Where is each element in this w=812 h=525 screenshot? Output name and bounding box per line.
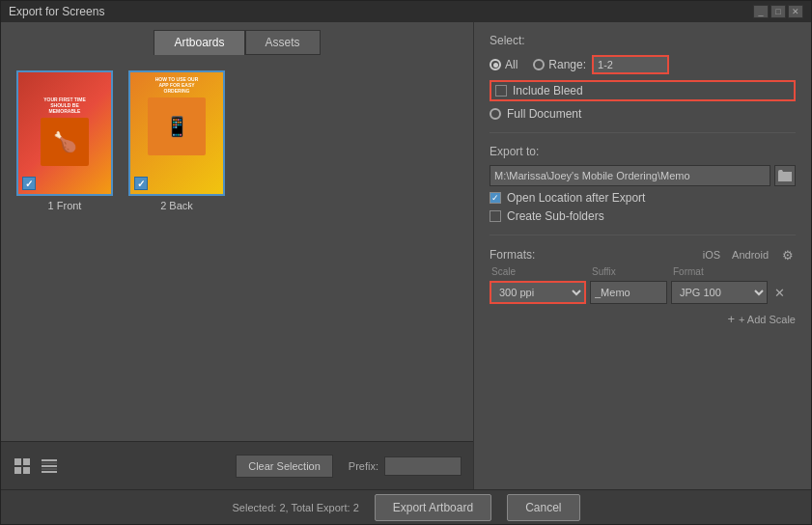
open-location-checkbox[interactable] (490, 192, 501, 204)
radio-range[interactable]: Range: (533, 58, 586, 71)
radio-row: All Range: (490, 55, 796, 74)
artboard-label-back: 2 Back (160, 200, 193, 211)
food-icon: 🍗 (53, 130, 77, 153)
col-scale-header: Scale (491, 266, 588, 277)
tab-artboards[interactable]: Artboards (154, 30, 244, 55)
artboard-thumb-back[interactable]: HOW TO USE OURAPP FOR EASYORDERING 📱 ✓ (128, 70, 225, 196)
create-subfolders-label: Create Sub-folders (507, 209, 604, 223)
left-bottom-bar: Clear Selection Prefix: (1, 441, 473, 489)
tabs-row: Artboards Assets (1, 22, 473, 55)
export-to-section: Export to: Open Location after Export C (490, 145, 796, 223)
prefix-area: Prefix: (349, 456, 462, 476)
checkmark-back: ✓ (137, 179, 145, 189)
format-select[interactable]: JPG 100 (671, 281, 768, 304)
list-icon (41, 457, 58, 475)
remove-format-button[interactable]: ✕ (771, 285, 787, 300)
svg-rect-2 (14, 467, 21, 474)
formats-label: Formats: (490, 248, 535, 262)
front-img-area: 🍗 (41, 118, 89, 166)
svg-rect-7 (42, 468, 57, 470)
select-label: Select: (490, 34, 796, 47)
artboard-label-front: 1 Front (48, 200, 82, 211)
path-row (490, 165, 796, 186)
add-scale-wrapper: + + Add Scale (490, 308, 796, 330)
export-path-input[interactable] (490, 165, 770, 186)
radio-all-circle (490, 59, 501, 70)
add-scale-label: + Add Scale (739, 314, 796, 325)
status-bar: Selected: 2, Total Export: 2 Export Artb… (1, 489, 811, 524)
scale-select[interactable]: 300 ppi (490, 281, 586, 304)
formats-header: Formats: iOS Android ⚙ (490, 247, 796, 262)
formats-columns: Scale Suffix Format (490, 266, 796, 277)
include-bleed-checkbox[interactable] (495, 85, 507, 97)
settings-button[interactable]: ⚙ (780, 247, 796, 262)
radio-all[interactable]: All (490, 58, 518, 71)
open-location-row[interactable]: Open Location after Export (490, 191, 796, 205)
tab-assets[interactable]: Assets (245, 30, 321, 55)
svg-rect-1 (23, 458, 30, 465)
title-bar: Export for Screens _ □ ✕ (1, 1, 811, 22)
divider-2 (490, 235, 796, 235)
include-bleed-label: Include Bleed (513, 84, 583, 97)
folder-icon (778, 170, 792, 181)
suffix-input[interactable] (590, 281, 667, 304)
maximize-button[interactable]: □ (770, 5, 786, 18)
svg-rect-4 (42, 459, 57, 461)
full-document-row[interactable]: Full Document (490, 107, 796, 121)
back-img-area: 📱 (148, 97, 206, 155)
mobile-icon: 📱 (165, 115, 189, 138)
format-row-1: 300 ppi JPG 100 ✕ (490, 281, 796, 304)
front-text-top: YOUR FIRST TIMESHOULD BEMEMORABLE (43, 97, 86, 114)
folder-button[interactable] (774, 165, 796, 186)
grid-icon (14, 457, 31, 475)
cancel-button[interactable]: Cancel (507, 494, 579, 521)
radio-range-circle (533, 59, 545, 70)
range-label: Range: (548, 58, 586, 71)
ios-android-row: iOS Android ⚙ (703, 247, 796, 262)
export-artboard-button[interactable]: Export Artboard (375, 494, 491, 521)
artboard-checkbox-front[interactable]: ✓ (22, 177, 36, 190)
minimize-button[interactable]: _ (753, 5, 769, 18)
export-to-label: Export to: (490, 145, 796, 158)
right-panel: Select: All Range: (474, 22, 811, 489)
artboards-grid: YOUR FIRST TIMESHOULD BEMEMORABLE 🍗 ✓ 1 … (1, 55, 473, 441)
create-subfolders-row[interactable]: Create Sub-folders (490, 209, 796, 223)
full-doc-radio[interactable] (490, 108, 501, 120)
artboard-thumb-front[interactable]: YOUR FIRST TIMESHOULD BEMEMORABLE 🍗 ✓ (16, 70, 113, 196)
artboard-item-front: YOUR FIRST TIMESHOULD BEMEMORABLE 🍗 ✓ 1 … (16, 70, 113, 211)
window-title: Export for Screens (9, 5, 104, 18)
export-window: Export for Screens _ □ ✕ Artboards Asset… (0, 0, 812, 525)
svg-rect-5 (42, 462, 57, 464)
range-input[interactable] (592, 55, 669, 74)
col-format-header: Format (673, 266, 770, 277)
col-suffix-header: Suffix (592, 266, 669, 277)
back-text-top: HOW TO USE OURAPP FOR EASYORDERING (155, 76, 199, 94)
svg-rect-3 (23, 467, 30, 474)
clear-selection-button[interactable]: Clear Selection (236, 455, 333, 478)
main-content: Artboards Assets YOUR FIRST TIMESHOULD B… (1, 22, 811, 489)
svg-rect-8 (42, 471, 57, 473)
status-text: Selected: 2, Total Export: 2 (232, 502, 358, 513)
grid-view-button[interactable] (13, 456, 32, 476)
include-bleed-row[interactable]: Include Bleed (490, 80, 796, 101)
svg-rect-6 (42, 465, 57, 467)
prefix-label: Prefix: (349, 460, 378, 472)
artboard-item-back: HOW TO USE OURAPP FOR EASYORDERING 📱 ✓ 2… (128, 70, 225, 211)
close-button[interactable]: ✕ (788, 5, 803, 18)
android-label: Android (732, 249, 769, 261)
open-location-label: Open Location after Export (507, 191, 645, 205)
artboard-checkbox-back[interactable]: ✓ (134, 177, 148, 190)
range-row: Range: (533, 55, 669, 74)
list-view-button[interactable] (40, 456, 59, 476)
svg-rect-0 (14, 458, 21, 465)
left-panel: Artboards Assets YOUR FIRST TIMESHOULD B… (1, 22, 474, 489)
formats-section: Formats: iOS Android ⚙ Scale Suffix Form… (490, 247, 796, 330)
add-icon: + (727, 312, 735, 326)
title-bar-buttons: _ □ ✕ (753, 5, 803, 18)
add-scale-button[interactable]: + + Add Scale (727, 308, 796, 330)
select-section: Select: All Range: (490, 34, 796, 121)
checkmark-front: ✓ (25, 179, 33, 189)
prefix-input[interactable] (384, 456, 462, 476)
create-subfolders-checkbox[interactable] (490, 210, 501, 222)
full-doc-label: Full Document (507, 107, 581, 121)
